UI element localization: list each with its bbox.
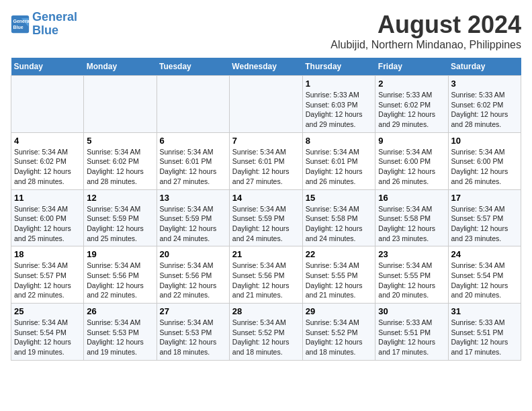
calendar-title: August 2024 <box>330 11 521 39</box>
day-content: Sunrise: 5:34 AM Sunset: 5:59 PM Dayligh… <box>87 204 153 244</box>
day-number: 4 <box>14 136 81 146</box>
day-number: 1 <box>306 79 373 89</box>
week-row-5: 25Sunrise: 5:34 AM Sunset: 5:54 PM Dayli… <box>11 304 521 361</box>
header-friday: Friday <box>375 58 448 76</box>
svg-text:Blue: Blue <box>13 25 24 30</box>
day-number: 25 <box>14 306 81 316</box>
title-block: August 2024 Alubijid, Northern Mindanao,… <box>330 11 521 51</box>
day-number: 12 <box>87 193 153 203</box>
day-number: 20 <box>160 249 226 259</box>
day-number: 2 <box>378 79 445 89</box>
calendar-cell: 28Sunrise: 5:34 AM Sunset: 5:52 PM Dayli… <box>229 304 302 361</box>
day-number: 28 <box>232 306 300 316</box>
calendar-cell: 7Sunrise: 5:34 AM Sunset: 6:01 PM Daylig… <box>229 132 302 189</box>
calendar-cell: 1Sunrise: 5:33 AM Sunset: 6:03 PM Daylig… <box>302 76 375 133</box>
day-content: Sunrise: 5:34 AM Sunset: 6:01 PM Dayligh… <box>160 147 226 187</box>
calendar-cell: 22Sunrise: 5:34 AM Sunset: 5:55 PM Dayli… <box>302 246 375 304</box>
day-content: Sunrise: 5:33 AM Sunset: 5:51 PM Dayligh… <box>378 318 445 357</box>
day-content: Sunrise: 5:34 AM Sunset: 5:52 PM Dayligh… <box>232 318 300 357</box>
day-content: Sunrise: 5:34 AM Sunset: 5:55 PM Dayligh… <box>378 261 445 300</box>
day-content: Sunrise: 5:34 AM Sunset: 5:53 PM Dayligh… <box>160 318 226 357</box>
calendar-cell <box>11 76 84 133</box>
calendar-subtitle: Alubijid, Northern Mindanao, Philippines <box>330 39 521 51</box>
calendar-header-row: SundayMondayTuesdayWednesdayThursdayFrid… <box>11 58 521 76</box>
calendar-cell: 4Sunrise: 5:34 AM Sunset: 6:02 PM Daylig… <box>11 132 84 189</box>
calendar-cell: 21Sunrise: 5:34 AM Sunset: 5:56 PM Dayli… <box>229 246 302 304</box>
calendar-body: 1Sunrise: 5:33 AM Sunset: 6:03 PM Daylig… <box>11 76 521 361</box>
calendar-cell: 25Sunrise: 5:34 AM Sunset: 5:54 PM Dayli… <box>11 304 84 361</box>
day-number: 15 <box>306 193 373 203</box>
calendar-cell: 14Sunrise: 5:34 AM Sunset: 5:59 PM Dayli… <box>229 189 302 246</box>
day-content: Sunrise: 5:34 AM Sunset: 6:02 PM Dayligh… <box>87 147 153 187</box>
logo-text: GeneralBlue <box>32 11 77 38</box>
calendar-cell: 24Sunrise: 5:34 AM Sunset: 5:54 PM Dayli… <box>448 246 521 304</box>
calendar-cell: 6Sunrise: 5:34 AM Sunset: 6:01 PM Daylig… <box>157 132 229 189</box>
calendar-cell: 9Sunrise: 5:34 AM Sunset: 6:00 PM Daylig… <box>375 132 448 189</box>
day-number: 30 <box>378 306 445 316</box>
day-content: Sunrise: 5:34 AM Sunset: 5:53 PM Dayligh… <box>87 318 153 357</box>
day-content: Sunrise: 5:34 AM Sunset: 6:00 PM Dayligh… <box>451 147 519 187</box>
day-number: 17 <box>451 193 519 203</box>
day-number: 23 <box>378 249 445 259</box>
day-content: Sunrise: 5:34 AM Sunset: 5:59 PM Dayligh… <box>232 204 300 244</box>
header-sunday: Sunday <box>11 58 84 76</box>
calendar-table: SundayMondayTuesdayWednesdayThursdayFrid… <box>11 58 521 361</box>
day-content: Sunrise: 5:34 AM Sunset: 5:57 PM Dayligh… <box>451 204 519 244</box>
day-number: 3 <box>451 79 519 89</box>
day-content: Sunrise: 5:34 AM Sunset: 5:56 PM Dayligh… <box>87 261 153 300</box>
logo: General Blue GeneralBlue <box>11 11 77 38</box>
calendar-cell: 19Sunrise: 5:34 AM Sunset: 5:56 PM Dayli… <box>84 246 157 304</box>
day-number: 22 <box>306 249 373 259</box>
day-content: Sunrise: 5:34 AM Sunset: 6:01 PM Dayligh… <box>232 147 300 187</box>
day-number: 31 <box>451 306 519 316</box>
calendar-cell: 18Sunrise: 5:34 AM Sunset: 5:57 PM Dayli… <box>11 246 84 304</box>
day-content: Sunrise: 5:34 AM Sunset: 5:56 PM Dayligh… <box>232 261 300 300</box>
calendar-cell <box>84 76 157 133</box>
page-header: General Blue GeneralBlue August 2024 Alu… <box>11 11 521 51</box>
calendar-cell: 5Sunrise: 5:34 AM Sunset: 6:02 PM Daylig… <box>84 132 157 189</box>
week-row-4: 18Sunrise: 5:34 AM Sunset: 5:57 PM Dayli… <box>11 246 521 304</box>
day-number: 26 <box>87 306 153 316</box>
header-wednesday: Wednesday <box>229 58 302 76</box>
logo-icon: General Blue <box>11 15 30 34</box>
calendar-cell: 3Sunrise: 5:33 AM Sunset: 6:02 PM Daylig… <box>448 76 521 133</box>
calendar-cell: 15Sunrise: 5:34 AM Sunset: 5:58 PM Dayli… <box>302 189 375 246</box>
calendar-cell: 23Sunrise: 5:34 AM Sunset: 5:55 PM Dayli… <box>375 246 448 304</box>
day-content: Sunrise: 5:34 AM Sunset: 5:54 PM Dayligh… <box>14 318 81 357</box>
day-content: Sunrise: 5:33 AM Sunset: 5:51 PM Dayligh… <box>451 318 519 357</box>
day-content: Sunrise: 5:34 AM Sunset: 6:00 PM Dayligh… <box>378 147 445 187</box>
calendar-cell <box>229 76 302 133</box>
svg-text:General: General <box>13 19 30 24</box>
calendar-cell: 26Sunrise: 5:34 AM Sunset: 5:53 PM Dayli… <box>84 304 157 361</box>
day-number: 8 <box>306 136 373 146</box>
header-tuesday: Tuesday <box>157 58 229 76</box>
day-content: Sunrise: 5:34 AM Sunset: 5:58 PM Dayligh… <box>378 204 445 244</box>
calendar-cell: 17Sunrise: 5:34 AM Sunset: 5:57 PM Dayli… <box>448 189 521 246</box>
calendar-cell: 13Sunrise: 5:34 AM Sunset: 5:59 PM Dayli… <box>157 189 229 246</box>
day-number: 6 <box>160 136 226 146</box>
day-content: Sunrise: 5:34 AM Sunset: 5:54 PM Dayligh… <box>451 261 519 300</box>
calendar-cell: 10Sunrise: 5:34 AM Sunset: 6:00 PM Dayli… <box>448 132 521 189</box>
week-row-2: 4Sunrise: 5:34 AM Sunset: 6:02 PM Daylig… <box>11 132 521 189</box>
day-content: Sunrise: 5:34 AM Sunset: 6:01 PM Dayligh… <box>306 147 373 187</box>
calendar-cell: 20Sunrise: 5:34 AM Sunset: 5:56 PM Dayli… <box>157 246 229 304</box>
header-saturday: Saturday <box>448 58 521 76</box>
day-number: 14 <box>232 193 300 203</box>
calendar-cell: 30Sunrise: 5:33 AM Sunset: 5:51 PM Dayli… <box>375 304 448 361</box>
week-row-1: 1Sunrise: 5:33 AM Sunset: 6:03 PM Daylig… <box>11 76 521 133</box>
day-number: 27 <box>160 306 226 316</box>
day-content: Sunrise: 5:34 AM Sunset: 5:52 PM Dayligh… <box>306 318 373 357</box>
day-content: Sunrise: 5:34 AM Sunset: 5:55 PM Dayligh… <box>306 261 373 300</box>
day-number: 18 <box>14 249 81 259</box>
day-number: 24 <box>451 249 519 259</box>
calendar-cell <box>157 76 229 133</box>
day-number: 13 <box>160 193 226 203</box>
day-number: 5 <box>87 136 153 146</box>
day-content: Sunrise: 5:33 AM Sunset: 6:02 PM Dayligh… <box>451 90 519 130</box>
day-content: Sunrise: 5:34 AM Sunset: 5:59 PM Dayligh… <box>160 204 226 244</box>
week-row-3: 11Sunrise: 5:34 AM Sunset: 6:00 PM Dayli… <box>11 189 521 246</box>
day-content: Sunrise: 5:33 AM Sunset: 6:03 PM Dayligh… <box>306 90 373 130</box>
header-monday: Monday <box>84 58 157 76</box>
calendar-cell: 29Sunrise: 5:34 AM Sunset: 5:52 PM Dayli… <box>302 304 375 361</box>
day-content: Sunrise: 5:34 AM Sunset: 5:56 PM Dayligh… <box>160 261 226 300</box>
